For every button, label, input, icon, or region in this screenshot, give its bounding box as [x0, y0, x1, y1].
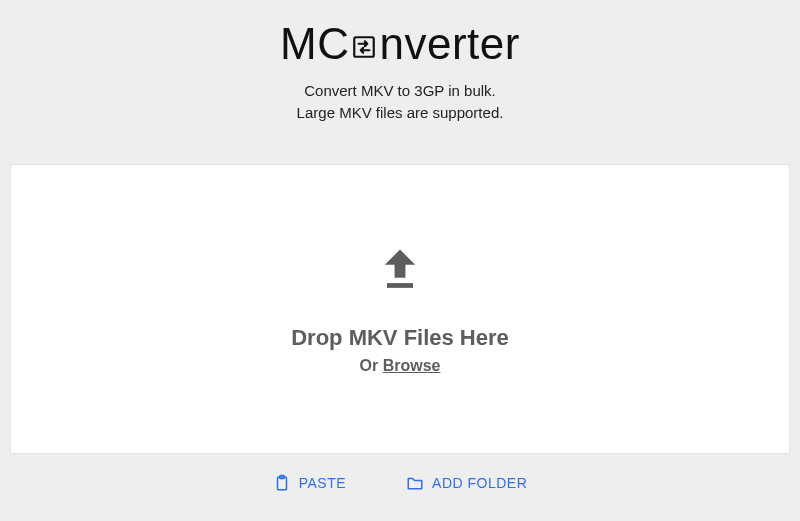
app-logo: MC nverter — [280, 22, 520, 66]
folder-icon — [406, 474, 424, 492]
browse-link[interactable]: Browse — [383, 357, 441, 374]
add-folder-button[interactable]: ADD FOLDER — [400, 470, 533, 496]
svg-rect-0 — [355, 37, 375, 57]
page-root: MC nverter Convert MKV to 3GP in bulk. L… — [0, 0, 800, 521]
clipboard-icon — [273, 474, 291, 492]
dropzone-subtitle: Or Browse — [360, 357, 441, 375]
svg-rect-1 — [387, 283, 413, 288]
paste-button-label: PASTE — [299, 475, 346, 491]
paste-button[interactable]: PASTE — [267, 470, 352, 496]
logo-text-suffix: nverter — [379, 22, 519, 66]
add-folder-button-label: ADD FOLDER — [432, 475, 527, 491]
upload-icon — [374, 243, 426, 299]
file-dropzone[interactable]: Drop MKV Files Here Or Browse — [10, 164, 790, 454]
swap-icon — [351, 34, 377, 60]
tagline-line-1: Convert MKV to 3GP in bulk. — [297, 80, 504, 102]
dropzone-title: Drop MKV Files Here — [291, 325, 509, 351]
action-bar: PASTE ADD FOLDER — [267, 470, 534, 496]
dropzone-or-text: Or — [360, 357, 383, 374]
logo-text-prefix: MC — [280, 22, 349, 66]
tagline: Convert MKV to 3GP in bulk. Large MKV fi… — [297, 80, 504, 124]
tagline-line-2: Large MKV files are supported. — [297, 102, 504, 124]
